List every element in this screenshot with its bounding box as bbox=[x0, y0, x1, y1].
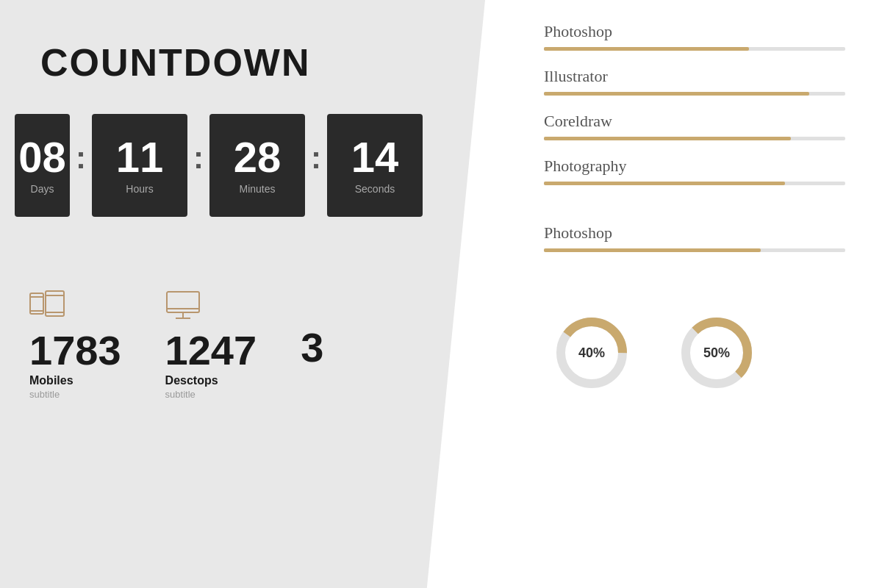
skill-coreldraw-bar-fill bbox=[544, 137, 791, 140]
skill-illustrator-name: Illustrator bbox=[544, 67, 845, 86]
countdown-timer: 08 Days : 11 Hours : 28 Minutes : 14 Sec… bbox=[0, 85, 485, 217]
mobiles-number: 1783 bbox=[29, 330, 121, 371]
desktops-subtitle: subtitle bbox=[165, 389, 196, 400]
left-panel: COUNTDOWN 08 Days : 11 Hours : 28 Minute… bbox=[0, 0, 485, 588]
skill-photoshop2-bar-bg bbox=[544, 248, 845, 252]
stat-desktops: 1247 Desctops subtitle bbox=[165, 290, 257, 400]
mobiles-subtitle: subtitle bbox=[29, 389, 60, 400]
desktops-title: Desctops bbox=[165, 374, 218, 387]
desktop-icon bbox=[165, 290, 201, 323]
skill-photoshop2: Photoshop bbox=[544, 223, 845, 252]
mobile-icon bbox=[29, 290, 65, 323]
colon-3: : bbox=[305, 140, 327, 176]
minutes-label: Minutes bbox=[239, 183, 275, 195]
skill-photoshop2-name: Photoshop bbox=[544, 223, 845, 243]
skill-photography: Photography bbox=[544, 157, 845, 185]
skill-photoshop2-bar-fill bbox=[544, 248, 761, 252]
minutes-block: 28 Minutes bbox=[209, 114, 305, 217]
donut-50-wrapper: 50% bbox=[676, 312, 757, 393]
hours-block: 11 Hours bbox=[92, 114, 187, 217]
skill-photoshop-bar-fill bbox=[544, 47, 749, 51]
donut-40-label: 40% bbox=[578, 345, 605, 361]
skill-coreldraw-name: Coreldraw bbox=[544, 112, 845, 131]
stats-section: 1783 Mobiles subtitle 1247 Desctops subt… bbox=[0, 217, 485, 400]
skill-coreldraw: Coreldraw bbox=[544, 112, 845, 140]
days-label: Days bbox=[31, 183, 54, 195]
seconds-value: 14 bbox=[351, 136, 399, 179]
hours-value: 11 bbox=[116, 136, 164, 179]
skills-section: Photoshop Illustrator Coreldraw Photogra… bbox=[544, 22, 845, 268]
donut-40-wrapper: 40% bbox=[551, 312, 632, 393]
skill-illustrator-bar-bg bbox=[544, 92, 845, 96]
donut-40: 40% bbox=[551, 312, 632, 393]
desktops-number: 1247 bbox=[165, 330, 257, 371]
skill-photography-name: Photography bbox=[544, 157, 845, 176]
skill-photoshop: Photoshop bbox=[544, 22, 845, 51]
skill-photography-bar-fill bbox=[544, 182, 785, 185]
third-number: 3 bbox=[301, 327, 323, 368]
skill-illustrator-bar-fill bbox=[544, 92, 809, 96]
days-value: 08 bbox=[18, 136, 66, 179]
skill-photoshop-bar-bg bbox=[544, 47, 845, 51]
colon-2: : bbox=[187, 140, 209, 176]
donut-50: 50% bbox=[676, 312, 757, 393]
minutes-value: 28 bbox=[234, 136, 282, 179]
skill-photoshop-name: Photoshop bbox=[544, 22, 845, 41]
donut-section: 40% 50% bbox=[544, 312, 845, 393]
stat-mobiles: 1783 Mobiles subtitle bbox=[29, 290, 121, 400]
mobiles-title: Mobiles bbox=[29, 374, 74, 387]
seconds-block: 14 Seconds bbox=[327, 114, 423, 217]
days-block: 08 Days bbox=[15, 114, 70, 217]
donut-50-label: 50% bbox=[703, 345, 730, 361]
hours-label: Hours bbox=[126, 183, 153, 195]
seconds-label: Seconds bbox=[355, 183, 395, 195]
stat-third: 3 bbox=[301, 290, 323, 400]
colon-1: : bbox=[70, 140, 92, 176]
skill-illustrator: Illustrator bbox=[544, 67, 845, 96]
skill-coreldraw-bar-bg bbox=[544, 137, 845, 140]
countdown-title: COUNTDOWN bbox=[0, 0, 485, 85]
right-panel: Photoshop Illustrator Coreldraw Photogra… bbox=[485, 0, 882, 588]
skill-photography-bar-bg bbox=[544, 182, 845, 185]
